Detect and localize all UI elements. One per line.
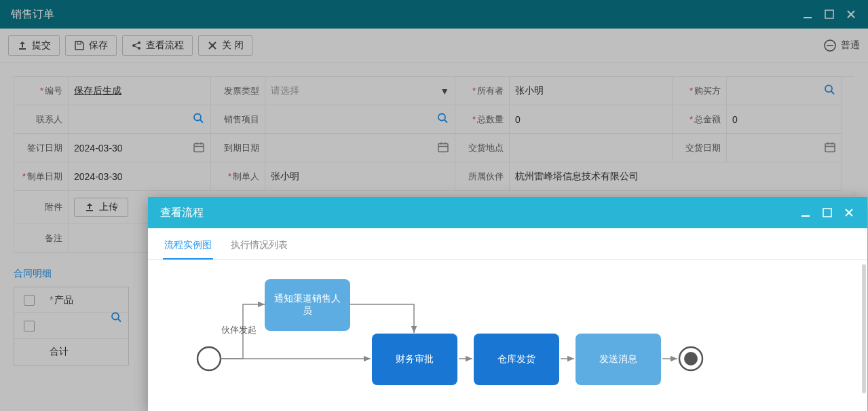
dialog-close-button[interactable] xyxy=(843,207,855,219)
dialog-minimize-button[interactable] xyxy=(799,207,812,219)
bpmn-node-notify-sales[interactable]: 通知渠道销售人员 xyxy=(265,279,350,331)
svg-point-40 xyxy=(197,347,221,370)
tab-history[interactable]: 执行情况列表 xyxy=(229,232,289,260)
tab-diagram[interactable]: 流程实例图 xyxy=(163,232,213,260)
close-icon xyxy=(844,207,854,218)
dialog-maximize-button[interactable] xyxy=(821,207,833,219)
minimize-icon xyxy=(800,207,811,218)
bpmn-node-warehouse-ship[interactable]: 仓库发货 xyxy=(474,334,559,385)
edge-label-partner-initiate: 伙伴发起 xyxy=(221,324,257,336)
svg-point-42 xyxy=(684,352,698,365)
svg-rect-37 xyxy=(823,209,831,217)
flow-dialog: 查看流程 流程实例图 执行情况列表 xyxy=(148,197,867,411)
flow-dialog-header: 查看流程 xyxy=(148,197,867,228)
flow-tabs: 流程实例图 执行情况列表 xyxy=(148,232,867,260)
bpmn-node-send-message[interactable]: 发送消息 xyxy=(575,334,661,385)
flow-canvas[interactable]: 伙伴发起 通知渠道销售人员 财务审批 仓库发货 发送消息 xyxy=(148,260,867,410)
maximize-icon xyxy=(822,207,833,218)
bpmn-node-finance-approve[interactable]: 财务审批 xyxy=(372,334,457,385)
flow-dialog-title: 查看流程 xyxy=(160,206,204,220)
scrollbar[interactable] xyxy=(862,264,866,393)
